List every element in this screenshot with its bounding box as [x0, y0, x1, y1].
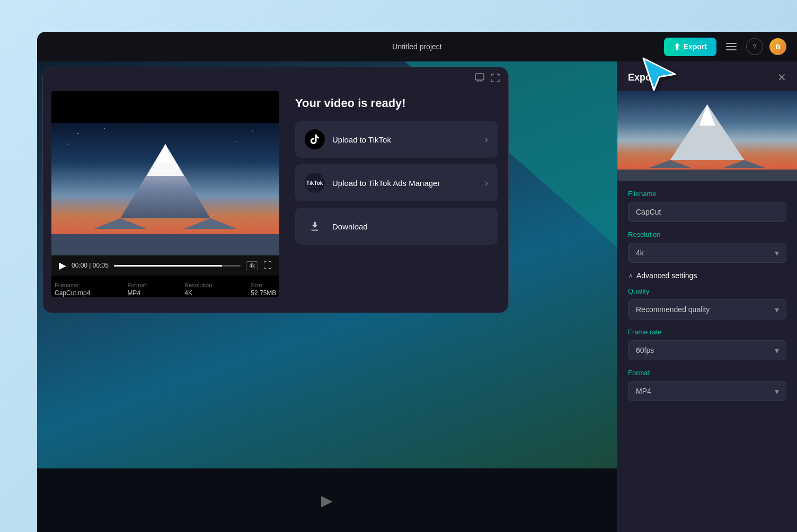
modal-body: ▶ 00:00 | 00:05 4k ⛶	[43, 91, 508, 313]
resolution-label: Resolution	[628, 230, 786, 238]
svg-rect-0	[726, 43, 737, 44]
play-button[interactable]: ▶	[59, 260, 66, 271]
video-meta: Filename: CapCut.mp4 Format: MP4	[51, 276, 279, 297]
svg-point-12	[236, 141, 237, 142]
export-panel: Export ✕	[617, 61, 797, 532]
ready-title: Your video is ready!	[295, 96, 498, 110]
export-label: Export	[684, 42, 707, 51]
upload-tiktok-ads-button[interactable]: TikTok Ads Manager Upload to TikTok Ads …	[295, 164, 498, 201]
filename-input[interactable]	[628, 202, 786, 222]
avatar-letter: B	[775, 43, 780, 51]
close-icon[interactable]: ✕	[777, 71, 786, 84]
video-top-bar	[51, 91, 279, 123]
bottom-play-icon[interactable]: ▶	[321, 492, 333, 509]
export-button[interactable]: ⬆ Export	[664, 38, 716, 56]
editor-area: ▶ 00:00 | 00:05 4k ⛶	[37, 61, 617, 532]
format-select[interactable]: MP4	[628, 381, 786, 401]
editor-bottom: ▶	[37, 468, 617, 532]
svg-point-10	[67, 144, 68, 145]
meta-resolution: Resolution: 4K	[184, 282, 214, 297]
main-content: ▶ 00:00 | 00:05 4k ⛶	[37, 61, 797, 532]
format-select-wrapper: MP4 ▾	[628, 381, 786, 401]
export-form: Filename Resolution 4k ▾ ∧ Ad	[617, 181, 797, 418]
progress-bar[interactable]	[114, 265, 241, 267]
resolution-select-wrapper: 4k ▾	[628, 243, 786, 263]
tiktok-chevron-icon: ›	[485, 134, 488, 145]
meta-format: Format: MP4	[127, 282, 147, 297]
progress-fill	[114, 265, 222, 267]
svg-text:TikTok: TikTok	[306, 180, 323, 186]
frame-rate-select-wrapper: 60fps ▾	[628, 340, 786, 360]
video-controls: ▶ 00:00 | 00:05 4k ⛶	[51, 255, 279, 276]
upload-tiktok-ads-left: TikTok Ads Manager Upload to TikTok Ads …	[305, 173, 440, 193]
svg-point-9	[104, 128, 105, 129]
advanced-settings-label: Advanced settings	[636, 271, 697, 280]
avatar[interactable]: B	[769, 38, 786, 55]
help-icon[interactable]: ?	[746, 38, 763, 55]
advanced-settings-section: ∧ Advanced settings Quality Recommended …	[628, 271, 786, 401]
svg-rect-27	[617, 170, 797, 181]
modal-toolbar	[43, 67, 508, 91]
quality-label: Quality	[628, 287, 786, 295]
svg-rect-1	[726, 46, 737, 47]
svg-point-11	[252, 130, 253, 131]
download-label: Download	[332, 222, 368, 231]
upload-tiktok-label: Upload to TikTok	[332, 135, 391, 144]
upload-tiktok-button[interactable]: Upload to TikTok ›	[295, 121, 498, 158]
export-panel-title: Export	[628, 72, 658, 83]
upload-tiktok-ads-label: Upload to TikTok Ads Manager	[332, 179, 440, 188]
format-label: Format	[628, 369, 786, 377]
download-button[interactable]: Download	[295, 208, 498, 245]
meta-filename: Filename: CapCut.mp4	[55, 282, 90, 297]
download-left: Download	[305, 216, 368, 236]
svg-rect-4	[475, 74, 484, 80]
video-options: Your video is ready! Upload to TikTok ›	[279, 91, 508, 297]
meta-size: Size: 52.75MB	[251, 282, 276, 297]
topbar-actions: ⬆ Export ? B	[664, 38, 786, 56]
export-panel-header: Export ✕	[617, 61, 797, 91]
svg-point-8	[77, 133, 78, 134]
video-frame	[51, 123, 279, 255]
fullscreen-toggle-icon[interactable]	[490, 73, 501, 86]
preview-thumbnail	[617, 91, 797, 181]
filename-label: Filename	[628, 190, 786, 198]
menu-icon[interactable]	[723, 38, 740, 55]
quality-select[interactable]: Recommended quality	[628, 299, 786, 320]
advanced-settings-toggle[interactable]: ∧ Advanced settings	[628, 271, 786, 280]
quality-badge: 4k	[246, 261, 258, 270]
download-icon	[305, 216, 325, 236]
topbar: Untitled project ⬆ Export ? B	[37, 32, 797, 61]
advanced-toggle-chevron-icon: ∧	[628, 271, 633, 280]
resolution-select[interactable]: 4k	[628, 243, 786, 263]
video-preview: ▶ 00:00 | 00:05 4k ⛶	[51, 91, 279, 297]
svg-rect-18	[51, 234, 279, 255]
frame-rate-select[interactable]: 60fps	[628, 340, 786, 360]
upload-tiktok-left: Upload to TikTok	[305, 129, 391, 149]
app-window: Untitled project ⬆ Export ? B	[37, 32, 797, 532]
fullscreen-icon[interactable]: ⛶	[263, 261, 272, 270]
tiktok-ads-chevron-icon: ›	[485, 178, 488, 189]
export-upload-icon: ⬆	[674, 42, 680, 52]
project-title: Untitled project	[392, 42, 441, 51]
svg-rect-2	[726, 49, 737, 50]
quality-select-wrapper: Recommended quality ▾	[628, 299, 786, 320]
time-display: 00:00 | 00:05	[72, 262, 109, 269]
frame-rate-label: Frame rate	[628, 328, 786, 336]
feedback-icon[interactable]	[474, 73, 485, 86]
tiktok-icon	[305, 129, 325, 149]
svg-text:Ads Manager: Ads Manager	[306, 187, 324, 188]
tiktok-ads-icon: TikTok Ads Manager	[305, 173, 325, 193]
modal-card: ▶ 00:00 | 00:05 4k ⛶	[42, 67, 509, 313]
